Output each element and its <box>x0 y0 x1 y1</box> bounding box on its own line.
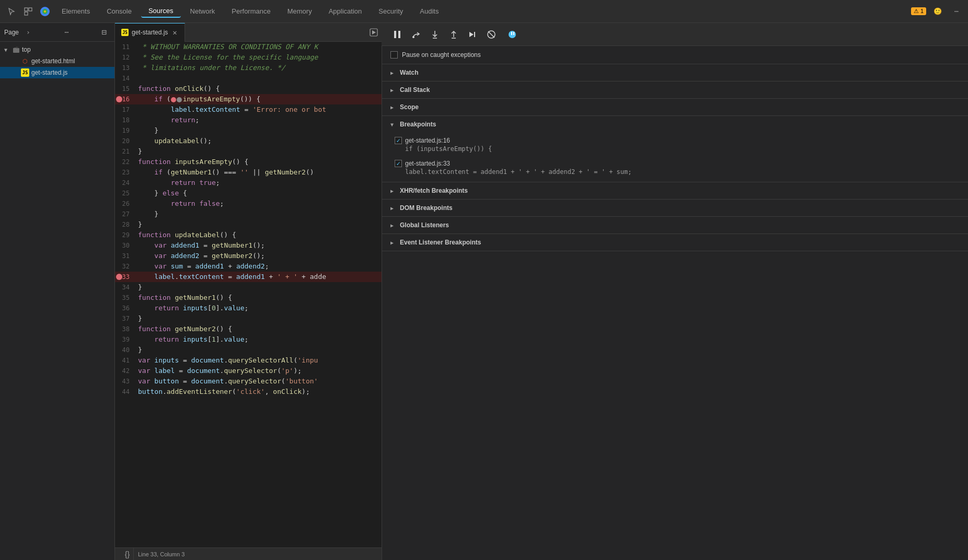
bp-checkbox-33[interactable]: ✓ <box>395 160 402 167</box>
code-line-22: 22 function inputsAreEmpty() { <box>115 157 382 167</box>
tab-performance[interactable]: Performance <box>224 5 278 17</box>
code-line-20: 20 updateLabel(); <box>115 136 382 146</box>
emoji-icon[interactable]: 🙂 <box>930 4 945 19</box>
chevron-right-icon[interactable]: › <box>21 25 36 40</box>
tree-item-html[interactable]: ⬡ get-started.html <box>0 55 114 67</box>
editor-tab-play-btn[interactable] <box>366 25 382 40</box>
call-stack-arrow: ▶ <box>390 87 397 93</box>
svg-rect-1 <box>29 8 32 11</box>
code-line-39: 39 return inputs[1].value; <box>115 334 382 345</box>
call-stack-title: Call Stack <box>400 86 430 94</box>
global-title: Global Listeners <box>400 221 449 229</box>
code-editor[interactable]: 11 * WITHOUT WARRANTIES OR CONDITIONS OF… <box>115 42 382 547</box>
editor-tabs-bar: JS get-started.js ✕ <box>115 23 382 42</box>
code-line-16: 16 if (inputsAreEmpty()) { <box>115 94 382 104</box>
html-file-icon: ⬡ <box>21 57 29 65</box>
editor-status-bar: {} Line 33, Column 3 <box>115 547 382 560</box>
code-line-40: 40 } <box>115 345 382 355</box>
deactivate-bp-icon <box>487 30 496 39</box>
tab-console[interactable]: Console <box>99 5 139 17</box>
breakpoints-header[interactable]: ▼ Breakpoints <box>382 116 968 133</box>
event-listener-breakpoints-header[interactable]: ▶ Event Listener Breakpoints <box>382 234 968 251</box>
pause-exceptions-label: Pause on caught exceptions <box>402 51 481 59</box>
code-line-41: 41 var inputs = document.querySelectorAl… <box>115 355 382 366</box>
scope-section: ▶ Scope <box>382 99 968 116</box>
tab-audits[interactable]: Audits <box>412 5 446 17</box>
toggle-sidebar-btn[interactable]: ⊟ <box>98 26 110 39</box>
sidebar-tabs: Page › ⋯ ⊟ <box>0 23 114 42</box>
global-arrow: ▶ <box>390 223 397 228</box>
pause-exceptions-section: Pause on caught exceptions <box>382 46 968 64</box>
tab-security[interactable]: Security <box>371 5 410 17</box>
global-listeners-section: ▶ Global Listeners <box>382 217 968 234</box>
scope-header[interactable]: ▶ Scope <box>382 99 968 115</box>
step-into-icon <box>430 30 440 39</box>
debug-toolbar <box>382 23 968 46</box>
dom-title: DOM Breakpoints <box>400 204 453 212</box>
tab-application[interactable]: Application <box>321 5 370 17</box>
tree-item-js[interactable]: JS get-started.js <box>0 67 114 78</box>
code-line-17: 17 label.textContent = 'Error: one or bo… <box>115 104 382 115</box>
step-out-btn[interactable] <box>446 27 461 42</box>
code-line-35: 35 function getNumber1() { <box>115 293 382 303</box>
svg-rect-0 <box>25 8 28 11</box>
pause-resume-btn[interactable] <box>390 27 405 42</box>
svg-point-12 <box>412 36 414 38</box>
global-listeners-header[interactable]: ▶ Global Listeners <box>382 217 968 234</box>
code-line-30: 30 var addend1 = getNumber1(); <box>115 240 382 251</box>
bp-checkbox-16[interactable]: ✓ <box>395 137 402 144</box>
svg-point-5 <box>44 10 46 13</box>
js-file-label: get-started.js <box>31 69 67 76</box>
logo-icon <box>38 4 52 19</box>
more-nav-icon[interactable]: ⋯ <box>949 4 964 19</box>
warning-badge: ⚠ 1 <box>911 7 926 15</box>
tab-close-icon[interactable]: ✕ <box>171 29 178 36</box>
tab-sources[interactable]: Sources <box>141 5 181 18</box>
xhr-breakpoints-header[interactable]: ▶ XHR/fetch Breakpoints <box>382 182 968 199</box>
watch-section: ▶ Watch <box>382 64 968 81</box>
code-line-42: 42 var label = document.querySelector('p… <box>115 366 382 376</box>
deactivate-bp-btn[interactable] <box>484 27 499 42</box>
html-file-label: get-started.html <box>31 57 75 65</box>
event-arrow: ▶ <box>390 240 397 246</box>
bp-code-33: label.textContent = addend1 + ' + ' + ad… <box>395 168 960 176</box>
code-line-21: 21 } <box>115 146 382 157</box>
nav-right: ⚠ 1 🙂 ⋯ <box>911 4 964 19</box>
step-over-btn[interactable] <box>409 27 423 42</box>
xhr-title: XHR/fetch Breakpoints <box>400 187 468 194</box>
bp-title-33: ✓ get-started.js:33 <box>395 160 960 167</box>
step-into-btn[interactable] <box>428 27 442 42</box>
code-line-31: 31 var addend2 = getNumber2(); <box>115 251 382 261</box>
dom-breakpoints-section: ▶ DOM Breakpoints <box>382 200 968 217</box>
code-line-27: 27 } <box>115 209 382 219</box>
tree-item-top[interactable]: ▼ top <box>0 44 114 55</box>
breakpoint-item-33: ✓ get-started.js:33 label.textContent = … <box>395 158 960 178</box>
editor-area: JS get-started.js ✕ 11 * WITHOUT WARRANT… <box>115 23 382 560</box>
tab-network[interactable]: Network <box>183 5 223 17</box>
pause-exceptions-checkbox[interactable] <box>390 51 398 59</box>
code-line-32: 32 var sum = addend1 + addend2; <box>115 261 382 272</box>
editor-tab-js[interactable]: JS get-started.js ✕ <box>115 23 185 42</box>
call-stack-header[interactable]: ▶ Call Stack <box>382 81 968 98</box>
code-line-34: 34 } <box>115 282 382 293</box>
tab-elements[interactable]: Elements <box>54 5 97 17</box>
bp-file-33: get-started.js:33 <box>405 160 450 167</box>
page-tab-label[interactable]: Page <box>4 29 19 36</box>
watch-arrow: ▶ <box>390 70 397 76</box>
play-icon <box>370 28 378 37</box>
more-sidebar-btn[interactable]: ⋯ <box>61 26 73 39</box>
cursor-icon[interactable] <box>4 4 19 19</box>
step-btn[interactable] <box>465 27 480 42</box>
xhr-breakpoints-section: ▶ XHR/fetch Breakpoints <box>382 182 968 200</box>
watch-title: Watch <box>400 69 419 76</box>
right-side: Pause on caught exceptions ▶ Watch ▶ Cal… <box>382 23 968 560</box>
inspect-icon[interactable] <box>21 4 36 19</box>
code-line-24: 24 return true; <box>115 178 382 188</box>
bp-file-16: get-started.js:16 <box>405 137 450 144</box>
file-tree: ▼ top ⬡ get-started.html JS get-started.… <box>0 42 114 80</box>
main-layout: Page › ⋯ ⊟ ▼ top ⬡ get-started.html <box>0 23 968 560</box>
tab-memory[interactable]: Memory <box>280 5 319 17</box>
watch-header[interactable]: ▶ Watch <box>382 64 968 81</box>
pause-on-exception-btn[interactable] <box>505 27 520 42</box>
dom-breakpoints-header[interactable]: ▶ DOM Breakpoints <box>382 200 968 216</box>
